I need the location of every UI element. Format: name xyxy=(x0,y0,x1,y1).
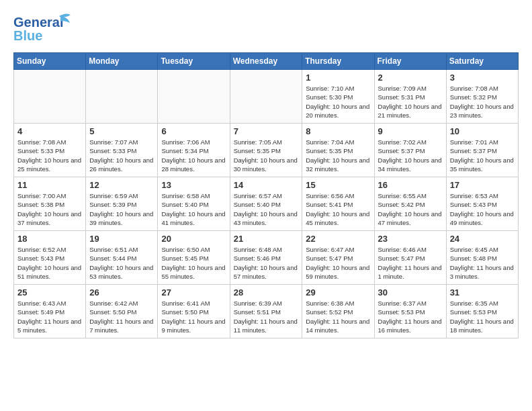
calendar-cell: 5Sunrise: 7:07 AMSunset: 5:33 PMDaylight… xyxy=(86,124,158,177)
day-number: 1 xyxy=(306,73,370,83)
day-info: Sunrise: 6:38 AMSunset: 5:52 PMDaylight:… xyxy=(306,299,370,334)
day-info: Sunrise: 6:37 AMSunset: 5:53 PMDaylight:… xyxy=(378,299,443,334)
day-number: 30 xyxy=(378,287,443,298)
calendar-cell xyxy=(14,70,86,124)
day-number: 23 xyxy=(378,234,443,244)
day-info: Sunrise: 7:10 AMSunset: 5:30 PMDaylight:… xyxy=(306,84,370,120)
day-info: Sunrise: 7:04 AMSunset: 5:35 PMDaylight:… xyxy=(306,138,370,173)
day-number: 17 xyxy=(450,180,515,190)
calendar-cell: 30Sunrise: 6:37 AMSunset: 5:53 PMDayligh… xyxy=(374,285,446,338)
calendar-cell: 25Sunrise: 6:43 AMSunset: 5:49 PMDayligh… xyxy=(14,285,86,338)
day-number: 22 xyxy=(306,234,370,244)
calendar-cell: 31Sunrise: 6:35 AMSunset: 5:53 PMDayligh… xyxy=(446,285,518,338)
day-number: 26 xyxy=(89,287,154,298)
day-info: Sunrise: 6:59 AMSunset: 5:39 PMDaylight:… xyxy=(89,191,154,227)
day-info: Sunrise: 6:48 AMSunset: 5:46 PMDaylight:… xyxy=(234,245,299,281)
day-info: Sunrise: 6:56 AMSunset: 5:41 PMDaylight:… xyxy=(306,191,370,227)
calendar-cell: 24Sunrise: 6:45 AMSunset: 5:48 PMDayligh… xyxy=(446,231,518,285)
calendar-cell: 19Sunrise: 6:51 AMSunset: 5:44 PMDayligh… xyxy=(86,231,158,285)
day-info: Sunrise: 7:00 AMSunset: 5:38 PMDaylight:… xyxy=(17,191,82,227)
day-info: Sunrise: 6:46 AMSunset: 5:47 PMDaylight:… xyxy=(378,245,443,281)
day-info: Sunrise: 6:43 AMSunset: 5:49 PMDaylight:… xyxy=(17,299,82,334)
day-info: Sunrise: 6:39 AMSunset: 5:51 PMDaylight:… xyxy=(234,299,299,334)
day-info: Sunrise: 7:07 AMSunset: 5:33 PMDaylight:… xyxy=(89,138,154,173)
calendar-header-tuesday: Tuesday xyxy=(158,53,230,70)
calendar-cell: 23Sunrise: 6:46 AMSunset: 5:47 PMDayligh… xyxy=(374,231,446,285)
svg-text:Blue: Blue xyxy=(13,28,42,43)
calendar-cell: 9Sunrise: 7:02 AMSunset: 5:37 PMDaylight… xyxy=(374,124,446,177)
calendar-cell: 20Sunrise: 6:50 AMSunset: 5:45 PMDayligh… xyxy=(158,231,230,285)
calendar-header-row: SundayMondayTuesdayWednesdayThursdayFrid… xyxy=(14,53,519,70)
day-info: Sunrise: 7:06 AMSunset: 5:34 PMDaylight:… xyxy=(161,138,226,173)
calendar-cell: 22Sunrise: 6:47 AMSunset: 5:47 PMDayligh… xyxy=(302,231,374,285)
day-info: Sunrise: 7:02 AMSunset: 5:37 PMDaylight:… xyxy=(378,138,443,173)
calendar-cell: 11Sunrise: 7:00 AMSunset: 5:38 PMDayligh… xyxy=(14,177,86,231)
day-number: 10 xyxy=(450,126,515,136)
calendar-cell: 10Sunrise: 7:01 AMSunset: 5:37 PMDayligh… xyxy=(446,124,518,177)
day-number: 18 xyxy=(17,234,82,244)
calendar-header-saturday: Saturday xyxy=(446,53,518,70)
calendar-cell: 28Sunrise: 6:39 AMSunset: 5:51 PMDayligh… xyxy=(230,285,302,338)
calendar-header-thursday: Thursday xyxy=(302,53,374,70)
day-info: Sunrise: 6:53 AMSunset: 5:43 PMDaylight:… xyxy=(450,191,515,227)
calendar-cell: 18Sunrise: 6:52 AMSunset: 5:43 PMDayligh… xyxy=(14,231,86,285)
calendar-cell: 14Sunrise: 6:57 AMSunset: 5:40 PMDayligh… xyxy=(230,177,302,231)
day-number: 7 xyxy=(234,126,299,136)
calendar-cell: 16Sunrise: 6:55 AMSunset: 5:42 PMDayligh… xyxy=(374,177,446,231)
day-info: Sunrise: 6:57 AMSunset: 5:40 PMDaylight:… xyxy=(234,191,299,227)
calendar-header-friday: Friday xyxy=(374,53,446,70)
day-info: Sunrise: 6:47 AMSunset: 5:47 PMDaylight:… xyxy=(306,245,370,281)
day-info: Sunrise: 6:58 AMSunset: 5:40 PMDaylight:… xyxy=(161,191,226,227)
day-number: 16 xyxy=(378,180,443,190)
calendar-cell: 2Sunrise: 7:09 AMSunset: 5:31 PMDaylight… xyxy=(374,70,446,124)
day-info: Sunrise: 6:52 AMSunset: 5:43 PMDaylight:… xyxy=(17,245,82,281)
day-number: 5 xyxy=(89,126,154,136)
day-number: 12 xyxy=(89,180,154,190)
day-number: 20 xyxy=(161,234,226,244)
calendar-cell: 3Sunrise: 7:08 AMSunset: 5:32 PMDaylight… xyxy=(446,70,518,124)
day-number: 6 xyxy=(161,126,226,136)
day-info: Sunrise: 7:09 AMSunset: 5:31 PMDaylight:… xyxy=(378,84,443,120)
calendar-header-wednesday: Wednesday xyxy=(230,53,302,70)
logo-svg: General Blue xyxy=(13,11,74,46)
day-number: 28 xyxy=(234,287,299,298)
calendar-week-row: 25Sunrise: 6:43 AMSunset: 5:49 PMDayligh… xyxy=(14,285,519,338)
calendar-table: SundayMondayTuesdayWednesdayThursdayFrid… xyxy=(13,52,519,338)
calendar-week-row: 11Sunrise: 7:00 AMSunset: 5:38 PMDayligh… xyxy=(14,177,519,231)
calendar-cell: 8Sunrise: 7:04 AMSunset: 5:35 PMDaylight… xyxy=(302,124,374,177)
day-number: 15 xyxy=(306,180,370,190)
calendar-cell: 13Sunrise: 6:58 AMSunset: 5:40 PMDayligh… xyxy=(158,177,230,231)
calendar-cell: 12Sunrise: 6:59 AMSunset: 5:39 PMDayligh… xyxy=(86,177,158,231)
day-number: 3 xyxy=(450,73,515,83)
calendar-cell: 26Sunrise: 6:42 AMSunset: 5:50 PMDayligh… xyxy=(86,285,158,338)
calendar-week-row: 4Sunrise: 7:08 AMSunset: 5:33 PMDaylight… xyxy=(14,124,519,177)
day-info: Sunrise: 7:01 AMSunset: 5:37 PMDaylight:… xyxy=(450,138,515,173)
calendar-cell xyxy=(158,70,230,124)
day-info: Sunrise: 6:50 AMSunset: 5:45 PMDaylight:… xyxy=(161,245,226,281)
day-number: 27 xyxy=(161,287,226,298)
calendar-cell: 6Sunrise: 7:06 AMSunset: 5:34 PMDaylight… xyxy=(158,124,230,177)
day-number: 14 xyxy=(234,180,299,190)
day-number: 25 xyxy=(17,287,82,298)
calendar-cell: 21Sunrise: 6:48 AMSunset: 5:46 PMDayligh… xyxy=(230,231,302,285)
day-number: 13 xyxy=(161,180,226,190)
calendar-week-row: 18Sunrise: 6:52 AMSunset: 5:43 PMDayligh… xyxy=(14,231,519,285)
day-info: Sunrise: 6:41 AMSunset: 5:50 PMDaylight:… xyxy=(161,299,226,334)
calendar-cell: 15Sunrise: 6:56 AMSunset: 5:41 PMDayligh… xyxy=(302,177,374,231)
day-info: Sunrise: 7:08 AMSunset: 5:33 PMDaylight:… xyxy=(17,138,82,173)
day-info: Sunrise: 7:05 AMSunset: 5:35 PMDaylight:… xyxy=(234,138,299,173)
calendar-cell xyxy=(86,70,158,124)
calendar-cell: 27Sunrise: 6:41 AMSunset: 5:50 PMDayligh… xyxy=(158,285,230,338)
day-number: 2 xyxy=(378,73,443,83)
day-info: Sunrise: 7:08 AMSunset: 5:32 PMDaylight:… xyxy=(450,84,515,120)
logo: General Blue xyxy=(13,11,74,46)
day-info: Sunrise: 6:45 AMSunset: 5:48 PMDaylight:… xyxy=(450,245,515,281)
calendar-week-row: 1Sunrise: 7:10 AMSunset: 5:30 PMDaylight… xyxy=(14,70,519,124)
day-number: 29 xyxy=(306,287,370,298)
day-number: 4 xyxy=(17,126,82,136)
calendar-cell: 29Sunrise: 6:38 AMSunset: 5:52 PMDayligh… xyxy=(302,285,374,338)
calendar-header-monday: Monday xyxy=(86,53,158,70)
svg-text:General: General xyxy=(13,15,63,30)
day-number: 21 xyxy=(234,234,299,244)
day-number: 9 xyxy=(378,126,443,136)
